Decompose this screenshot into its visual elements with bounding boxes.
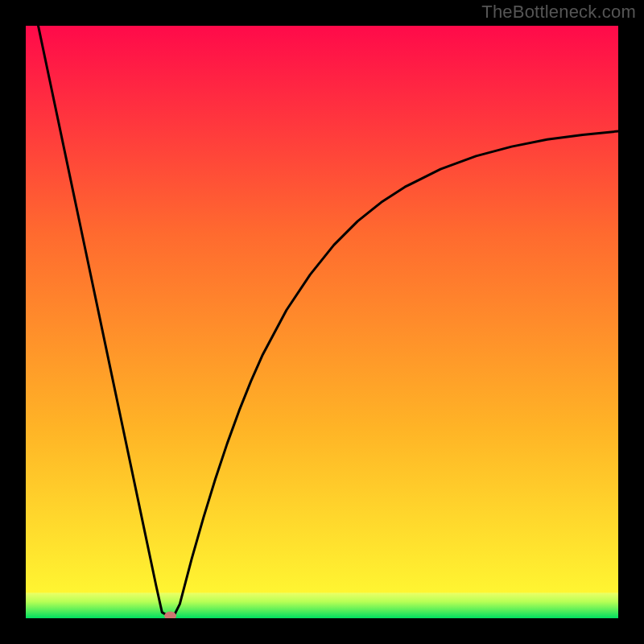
chart-minimum-marker xyxy=(165,612,176,618)
chart-plot-area xyxy=(26,26,618,618)
chart-curve xyxy=(26,26,618,618)
watermark-text: TheBottleneck.com xyxy=(481,2,636,23)
